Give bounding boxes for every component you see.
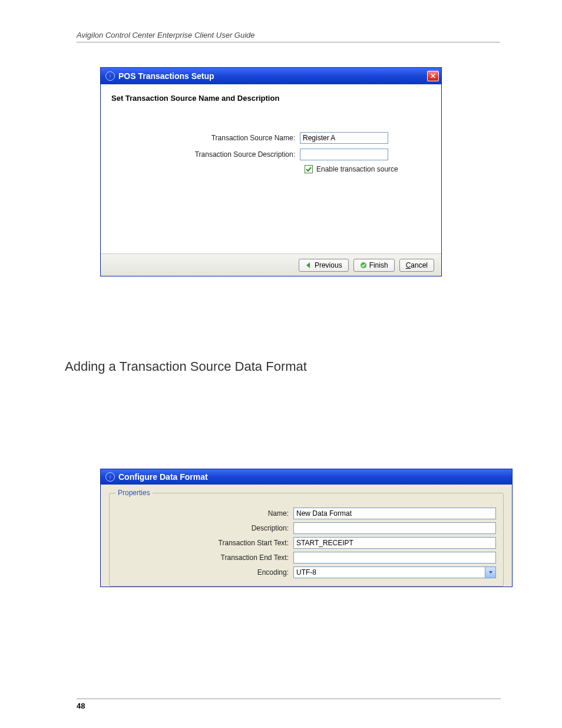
start-text-input[interactable]: [293, 537, 496, 549]
encoding-value: UTF-8: [294, 568, 485, 577]
encoding-row: Encoding: UTF-8: [117, 566, 496, 578]
pos-transactions-dialog: ↑ POS Transactions Setup ✕ Set Transacti…: [100, 67, 442, 276]
finish-button[interactable]: Finish: [353, 259, 395, 272]
page-number: 48: [77, 699, 501, 710]
start-text-label: Transaction Start Text:: [117, 539, 293, 547]
source-name-input[interactable]: [300, 132, 388, 144]
svg-marker-0: [306, 262, 310, 268]
fieldset-legend: Properties: [115, 489, 153, 497]
button-bar: Previous Finish Cancel: [101, 253, 441, 276]
finish-button-label: Finish: [369, 261, 388, 269]
desc-input[interactable]: [293, 522, 496, 534]
previous-button-label: Previous: [315, 261, 342, 269]
svg-marker-2: [489, 571, 492, 574]
dialog2-title: Configure Data Format: [118, 472, 510, 482]
source-desc-label: Transaction Source Description:: [111, 150, 300, 159]
close-icon: ✕: [430, 72, 436, 80]
dialog-subheader: Set Transaction Source Name and Descript…: [101, 84, 441, 106]
dialog-title: POS Transactions Setup: [118, 71, 424, 81]
end-text-row: Transaction End Text:: [117, 552, 496, 564]
name-label: Name:: [117, 509, 293, 518]
cancel-button-label: Cancel: [406, 261, 428, 269]
desc-row: Description:: [117, 522, 496, 534]
enable-source-checkbox[interactable]: [305, 165, 313, 173]
check-circle-icon: [360, 262, 367, 269]
enable-source-label: Enable transaction source: [316, 165, 398, 173]
arrow-left-icon: [305, 262, 312, 269]
source-desc-input[interactable]: [300, 149, 388, 160]
cancel-button[interactable]: Cancel: [399, 259, 434, 272]
start-text-row: Transaction Start Text:: [117, 537, 496, 549]
dialog-titlebar: ↑ POS Transactions Setup ✕: [101, 68, 441, 84]
encoding-label: Encoding:: [117, 568, 293, 577]
source-name-label: Transaction Source Name:: [111, 134, 300, 142]
page-header: Avigilon Control Center Enterprise Clien…: [77, 31, 500, 42]
name-row: Name:: [117, 508, 496, 519]
dialog2-titlebar: ↑ Configure Data Format: [101, 469, 512, 485]
configure-data-format-dialog: ↑ Configure Data Format Properties Name:…: [100, 469, 513, 587]
close-button[interactable]: ✕: [427, 71, 439, 81]
desc-label: Description:: [117, 524, 293, 532]
check-icon: [306, 166, 312, 172]
enable-source-row: Enable transaction source: [305, 165, 431, 173]
name-input[interactable]: [293, 508, 496, 519]
source-desc-row: Transaction Source Description:: [111, 149, 431, 160]
source-name-row: Transaction Source Name:: [111, 132, 431, 144]
encoding-select[interactable]: UTF-8: [293, 566, 496, 578]
section-heading: Adding a Transaction Source Data Format: [65, 359, 500, 374]
app-icon: ↑: [105, 472, 115, 482]
chevron-down-icon: [485, 567, 495, 578]
previous-button[interactable]: Previous: [299, 259, 349, 272]
app-icon: ↑: [105, 71, 115, 81]
end-text-input[interactable]: [293, 552, 496, 564]
properties-fieldset: Properties Name: Description: Transactio…: [109, 493, 504, 587]
end-text-label: Transaction End Text:: [117, 554, 293, 562]
form-area: Transaction Source Name: Transaction Sou…: [101, 106, 441, 253]
